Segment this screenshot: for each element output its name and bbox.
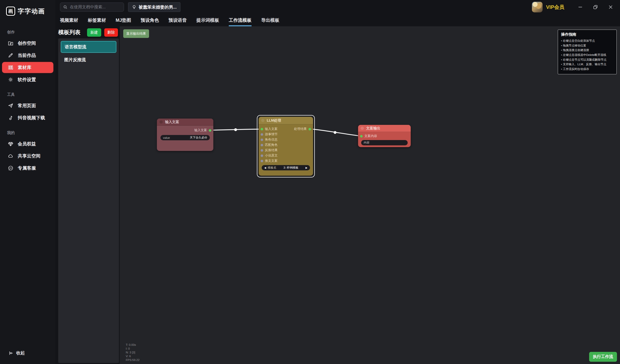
- input-port-row: 角色信息: [259, 137, 313, 142]
- user-avatar[interactable]: [532, 2, 543, 12]
- stat-iterations: I: 0: [126, 347, 139, 351]
- app-title: 字字动画: [18, 7, 45, 15]
- minimize-button[interactable]: [574, 2, 586, 12]
- link-midpoint-dot[interactable]: [334, 131, 337, 134]
- node-text-output[interactable]: 文案输出 文案内容 内容: [358, 125, 411, 147]
- tab-mj-base-image[interactable]: MJ垫图: [116, 14, 131, 26]
- value-widget[interactable]: value 天下合久必分: [160, 135, 210, 140]
- node-header[interactable]: 文案输出: [358, 125, 411, 132]
- sidebar-item-membership[interactable]: 会员权益: [2, 138, 53, 149]
- node-header[interactable]: 输入文案: [157, 119, 213, 126]
- operation-guide-panel: 操作指南 右键点击空白处添加节点 拖拽节点移动位置 拖拽连接点创建连接 左键点击…: [558, 30, 617, 74]
- node-collapse-icon[interactable]: [361, 127, 364, 130]
- widget-label: value: [163, 136, 170, 139]
- guide-item: 右键点击空白处添加节点: [561, 38, 613, 43]
- sidebar: 画 字字动画 创作 创作空间 当前作品: [0, 0, 55, 364]
- sidebar-item-settings[interactable]: 软件设置: [2, 74, 53, 85]
- port-label: 文案内容: [364, 134, 377, 138]
- library-icon: [8, 64, 14, 71]
- search-box[interactable]: [60, 3, 124, 12]
- input-port-dot[interactable]: [261, 144, 263, 146]
- selector-prev-icon[interactable]: ◀: [264, 166, 266, 169]
- node-collapse-icon[interactable]: [159, 120, 163, 124]
- input-port-dot[interactable]: [261, 128, 263, 130]
- port-label: 故事情节: [265, 132, 278, 136]
- sidebar-item-label: 当前作品: [18, 52, 36, 58]
- tab-workflow-templates[interactable]: 工作流模板: [229, 14, 252, 26]
- input-port-dot[interactable]: [261, 160, 263, 162]
- lightbulb-icon: [132, 5, 136, 9]
- content-widget[interactable]: 内容: [361, 140, 408, 145]
- sidebar-item-label: 抖音视频下载: [18, 115, 45, 121]
- show-output-button[interactable]: 显示输出结果: [123, 29, 149, 38]
- tab-label-assets[interactable]: 标签素材: [88, 14, 106, 26]
- close-button[interactable]: [605, 2, 616, 12]
- input-port-dot[interactable]: [261, 139, 263, 141]
- node-header[interactable]: LLM处理: [259, 117, 313, 124]
- template-item-image-reverse-flow[interactable]: 图片反推流: [61, 54, 116, 65]
- widget-value: 内容: [364, 141, 369, 145]
- sidebar-section-tools: 工具: [7, 92, 55, 97]
- template-item-language-model-flow[interactable]: 语言模型流: [61, 41, 116, 53]
- node-llm-process[interactable]: LLM处理 输入文案 故事情节 角色信息: [259, 117, 313, 176]
- output-port-dot[interactable]: [209, 129, 211, 132]
- input-port-dot[interactable]: [360, 135, 363, 138]
- node-title: LLM处理: [267, 118, 281, 123]
- sidebar-item-creation-space[interactable]: 创作空间: [2, 38, 53, 49]
- main-area: 被蠢笨未婚妻的男... VIP会员: [55, 0, 620, 364]
- input-port-row: 小说原文: [259, 153, 313, 158]
- new-template-button[interactable]: 新建: [87, 28, 101, 37]
- run-workflow-button[interactable]: 执行工作流: [589, 352, 617, 362]
- titlebar-right: VIP会员: [532, 2, 620, 12]
- port-label: 匹配角色: [265, 143, 278, 147]
- widget-value: 天下合久必分: [190, 136, 207, 140]
- sidebar-item-douyin-download[interactable]: 抖音视频下载: [2, 112, 53, 123]
- current-doc-button[interactable]: 被蠢笨未婚妻的男...: [128, 2, 180, 12]
- input-port-dot[interactable]: [261, 149, 263, 152]
- sidebar-collapse-button[interactable]: 收起: [9, 350, 55, 356]
- input-port-row: 反推结果: [259, 148, 313, 153]
- selector-next-icon[interactable]: ▶: [305, 166, 307, 169]
- app-window: 画 字字动画 创作 创作空间 当前作品: [0, 0, 620, 364]
- logo-icon: 画: [6, 7, 15, 16]
- guide-item: 工作流实时自动保存: [561, 67, 613, 72]
- pencil-icon: [8, 52, 14, 58]
- input-port-row: 匹配角色: [259, 142, 313, 148]
- collapse-left-icon: [9, 351, 14, 356]
- input-port-dot[interactable]: [261, 154, 263, 157]
- sidebar-section-create: 创作: [7, 30, 55, 35]
- sidebar-item-common-pages[interactable]: 常用页面: [2, 100, 53, 111]
- template-list-title: 模板列表: [58, 29, 80, 36]
- music-note-icon: [8, 115, 14, 121]
- restore-button[interactable]: [590, 2, 601, 12]
- input-port-dot[interactable]: [261, 133, 263, 136]
- node-input-text[interactable]: 输入文案 输入文案 value 天下合久必分: [157, 119, 213, 151]
- search-input[interactable]: [70, 5, 121, 9]
- sidebar-item-cloud-space[interactable]: 共享云空间: [2, 150, 53, 162]
- tab-preset-voice[interactable]: 预设语音: [169, 14, 187, 26]
- diamond-icon: [8, 141, 14, 147]
- guide-item: 右键点击节点可以克隆或删除节点: [561, 57, 613, 62]
- search-icon: [63, 5, 68, 9]
- delete-template-button[interactable]: 删除: [104, 28, 118, 37]
- sidebar-item-label: 软件设置: [18, 77, 36, 83]
- tab-video-assets[interactable]: 视频素材: [60, 14, 78, 26]
- sidebar-item-customer-service[interactable]: 专属客服: [2, 163, 53, 174]
- vip-badge[interactable]: VIP会员: [546, 4, 564, 11]
- template-selector-widget[interactable]: ◀ 模板名 3: 样例模板 ▶: [262, 165, 310, 170]
- output-port-dot[interactable]: [308, 128, 311, 130]
- tab-prompt-templates[interactable]: 提示词模板: [196, 14, 219, 26]
- workflow-canvas[interactable]: 显示输出结果 操作指南 右键点击空白处添加节点 拖拽节点移动位置 拖拽连接点创建…: [120, 26, 620, 364]
- sidebar-item-current-work[interactable]: 当前作品: [2, 50, 53, 61]
- port-label: 反推结果: [265, 148, 278, 152]
- node-body: 输入文案 value 天下合久必分: [157, 128, 213, 140]
- sidebar-item-asset-library[interactable]: 素材库: [2, 62, 53, 73]
- tab-preset-roles[interactable]: 预设角色: [141, 14, 159, 26]
- cloud-icon: [8, 153, 14, 159]
- canvas-stats: T: 0.00s I: 0 N: 3 [3] V: 6 FPS:59.22: [126, 343, 139, 362]
- link-midpoint-dot[interactable]: [234, 128, 237, 131]
- widget-label: 模板名: [268, 166, 277, 170]
- node-collapse-icon[interactable]: [261, 119, 264, 122]
- tab-export-templates[interactable]: 导出模板: [261, 14, 279, 26]
- stat-nodes: N: 3 [3]: [126, 351, 139, 354]
